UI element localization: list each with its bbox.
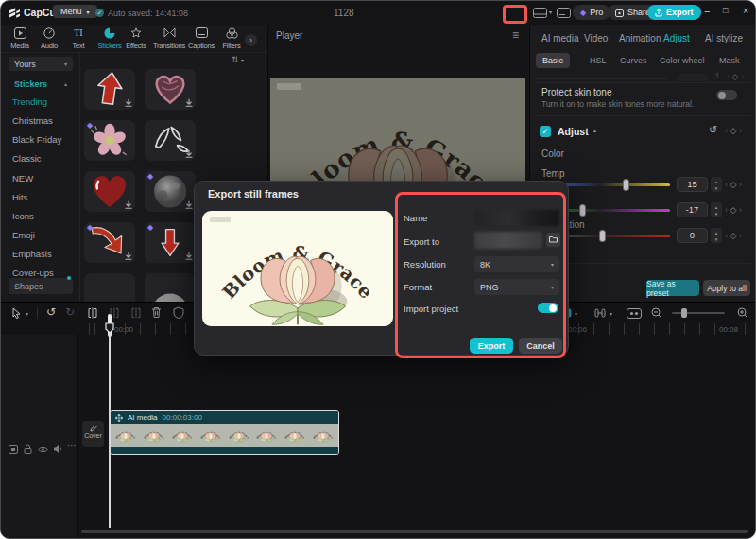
tint-keyframe[interactable]: ‹ ◇ › xyxy=(725,205,742,215)
redo-button[interactable]: ↻ xyxy=(65,305,75,319)
timeline-clip-ai-media[interactable]: AI media 00:00:03:00 xyxy=(110,410,339,455)
tint-value[interactable]: -17 xyxy=(677,202,708,217)
subtab-color-wheel[interactable]: Color wheel xyxy=(653,53,712,68)
download-icon[interactable] xyxy=(185,252,193,261)
saturation-keyframe[interactable]: ‹ ◇ › xyxy=(725,231,742,240)
close-button[interactable]: × xyxy=(743,5,748,16)
more-options-icon[interactable]: ⋯ xyxy=(67,441,77,451)
tint-stepper[interactable]: ▴▾ xyxy=(711,202,722,217)
speaker-icon[interactable] xyxy=(53,444,62,454)
zoom-slider-thumb[interactable] xyxy=(681,308,687,318)
sidebar-item-shapes[interactable]: Shapes xyxy=(9,278,73,294)
sidebar-item-icons[interactable]: Icons xyxy=(12,211,34,221)
main-track-icon[interactable] xyxy=(9,445,18,454)
cover-button[interactable]: Cover xyxy=(82,421,104,447)
more-tabs-button[interactable]: › xyxy=(245,34,257,46)
tab-ai-media[interactable]: AI media xyxy=(541,33,578,43)
select-tool-icon[interactable] xyxy=(11,307,22,319)
eye-icon[interactable] xyxy=(38,446,48,453)
apply-to-all-button[interactable]: Apply to all xyxy=(703,280,750,296)
delete-right-icon[interactable] xyxy=(130,307,142,319)
subtab-basic[interactable]: Basic xyxy=(536,53,570,68)
minimize-button[interactable]: − xyxy=(704,6,710,17)
subtab-mask[interactable]: Mask xyxy=(713,53,747,68)
subtab-curves[interactable]: Curves xyxy=(613,53,654,68)
saturation-slider-thumb[interactable] xyxy=(599,230,606,242)
download-icon[interactable] xyxy=(185,98,193,108)
project-title: 1128 xyxy=(334,8,354,18)
playhead-line[interactable] xyxy=(109,323,111,528)
stickers-group-header[interactable]: Stickers ▴ xyxy=(9,77,73,91)
mask-shield-icon[interactable] xyxy=(173,306,184,319)
download-icon[interactable] xyxy=(125,252,132,261)
tint-slider-thumb[interactable] xyxy=(579,204,586,217)
tab-ai-stylize[interactable]: AI stylize xyxy=(705,33,743,43)
adjust-checkbox[interactable]: ✓ xyxy=(540,126,551,137)
sticker-pink-flower[interactable]: ◆ xyxy=(84,120,135,161)
layout-chevron-icon[interactable]: ▾ xyxy=(549,9,552,15)
sort-filter-button[interactable]: ⇅ ▾ xyxy=(232,55,244,64)
pro-button[interactable]: ◆ Pro xyxy=(573,5,610,20)
saturation-stepper[interactable]: ▴▾ xyxy=(711,228,722,243)
link-chevron-icon[interactable]: ▾ xyxy=(610,310,612,317)
sticker-outline-petals[interactable] xyxy=(145,120,196,161)
sidebar-item-cover-ups[interactable]: Cover-ups xyxy=(12,268,54,278)
maximize-button[interactable]: □ xyxy=(723,6,728,15)
sidebar-item-trending[interactable]: Trending xyxy=(12,96,47,107)
zoom-slider[interactable] xyxy=(672,312,725,314)
export-button[interactable]: Export xyxy=(647,5,701,20)
sidebar-item-classic[interactable]: Classic xyxy=(12,153,42,164)
preview-axis-icon[interactable] xyxy=(627,308,642,319)
tab-video[interactable]: Video xyxy=(584,33,608,43)
sidebar-item-hits[interactable]: Hits xyxy=(12,192,27,202)
download-icon[interactable] xyxy=(125,98,132,108)
download-icon[interactable] xyxy=(185,149,193,159)
subtab-hsl[interactable]: HSL xyxy=(583,53,613,68)
sidebar-item-new[interactable]: NEW xyxy=(12,173,33,183)
panel-toggle-icon[interactable] xyxy=(557,8,571,18)
keyframe-controls[interactable]: ‹ ◇ › xyxy=(725,126,742,135)
temp-value[interactable]: 15 xyxy=(677,177,708,192)
sticker-red-arrow-up[interactable] xyxy=(84,69,135,110)
slider-label-temp: Temp xyxy=(541,168,564,179)
tool-chevron-icon[interactable]: ▾ xyxy=(26,310,28,317)
saturation-value[interactable]: 0 xyxy=(677,228,708,243)
sticker-sketch-heart[interactable] xyxy=(145,69,196,110)
sticker-swoosh-arrow[interactable]: ◆ xyxy=(84,222,135,263)
undo-button[interactable]: ↺ xyxy=(46,305,56,319)
menu-button[interactable]: Menu ▾ xyxy=(53,5,97,18)
temp-slider-thumb[interactable] xyxy=(623,179,629,191)
sticker-partial-gray-circle[interactable] xyxy=(145,273,196,302)
tab-adjust[interactable]: Adjust xyxy=(663,33,690,43)
yours-dropdown[interactable]: Yours ▾ xyxy=(9,57,73,71)
playhead-handle[interactable] xyxy=(105,322,114,334)
sidebar-item-black-friday[interactable]: Black Friday xyxy=(12,134,61,145)
temp-stepper[interactable]: ▴▾ xyxy=(711,177,722,192)
sidebar-item-emphasis[interactable]: Emphasis xyxy=(12,249,52,259)
sticker-gray-circle[interactable]: ◆ xyxy=(145,171,196,212)
zoom-out-icon[interactable] xyxy=(651,307,662,319)
protect-skin-toggle[interactable] xyxy=(716,90,737,100)
layout-toggle-icon[interactable] xyxy=(533,8,547,18)
auto-link-icon[interactable] xyxy=(594,307,606,319)
sidebar-item-emoji[interactable]: Emoji xyxy=(12,230,35,240)
snap-chevron-icon[interactable]: ▾ xyxy=(575,310,577,317)
horizontal-scrollbar[interactable] xyxy=(81,530,748,533)
zoom-fit-icon[interactable] xyxy=(737,307,748,319)
download-icon[interactable] xyxy=(185,200,193,210)
delete-icon[interactable] xyxy=(151,306,162,319)
download-icon[interactable] xyxy=(125,200,132,210)
sticker-red-arrow-down[interactable]: ◆ xyxy=(145,222,196,263)
autosave-check-icon: ✓ xyxy=(95,9,104,17)
tab-animation[interactable]: Animation xyxy=(619,33,661,43)
sidebar-item-christmas[interactable]: Christmas xyxy=(12,115,53,126)
reset-icon[interactable]: ↺ xyxy=(709,124,717,136)
collapse-icon[interactable]: ▴ xyxy=(593,127,596,133)
split-tool-icon[interactable] xyxy=(87,307,98,319)
save-as-preset-button[interactable]: Save as preset xyxy=(646,280,699,296)
player-menu-icon[interactable]: ≡ xyxy=(512,28,519,42)
sticker-glossy-heart[interactable] xyxy=(84,171,135,212)
sticker-partial-tile[interactable] xyxy=(84,273,135,302)
temp-keyframe[interactable]: ‹ ◇ › xyxy=(725,180,742,189)
lock-icon[interactable] xyxy=(24,444,32,454)
